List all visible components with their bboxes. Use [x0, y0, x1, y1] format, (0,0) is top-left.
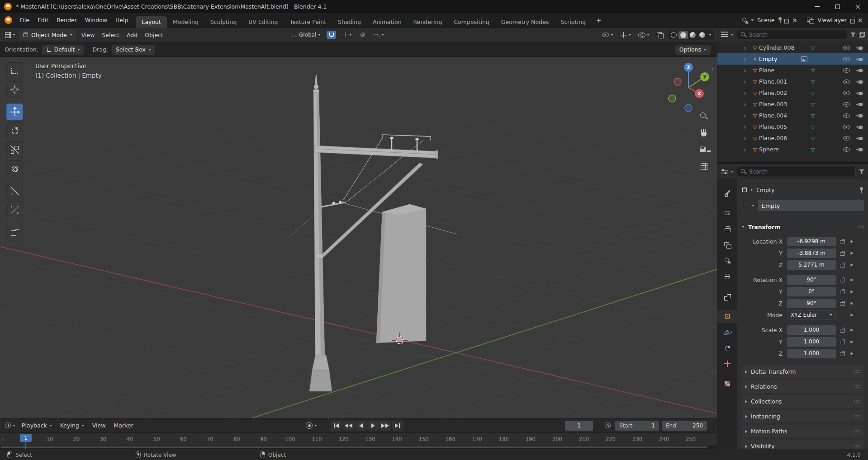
chevron-down-icon[interactable]	[314, 425, 317, 427]
shading-wireframe-button[interactable]	[669, 31, 678, 39]
section-collections[interactable]: Collections	[742, 395, 864, 408]
new-view-layer-icon[interactable]	[850, 18, 856, 23]
outliner-item-empty[interactable]: Empty	[717, 53, 868, 65]
lock-icon[interactable]	[840, 300, 844, 306]
outliner-item-plane-005[interactable]: Plane.005	[717, 121, 868, 132]
animate-property-dot[interactable]	[850, 352, 853, 355]
animate-property-dot[interactable]	[850, 252, 853, 254]
gizmo-x-negative-axis[interactable]	[674, 78, 681, 85]
disable-in-render-icon[interactable]	[856, 68, 863, 73]
section-delta-transform[interactable]: Delta Transform	[742, 366, 864, 378]
scene-selector[interactable]: Scene	[741, 17, 797, 24]
properties-tab-tool[interactable]	[717, 187, 737, 199]
section-instancing[interactable]: Instancing	[742, 410, 864, 422]
shading-solid-button[interactable]	[678, 31, 688, 39]
tool-transform[interactable]	[6, 160, 23, 177]
timeline-ruler[interactable]: › 10203040506070809010011012013014015016…	[0, 433, 717, 446]
animate-property-dot[interactable]	[850, 291, 853, 293]
orientation-select[interactable]: Default	[42, 45, 85, 55]
animate-property-dot[interactable]	[850, 240, 853, 243]
timeline-editor-button[interactable]	[3, 421, 18, 430]
value-field-z[interactable]: 5.2771 m	[787, 260, 836, 270]
filter-icon[interactable]	[850, 33, 856, 37]
value-field-z[interactable]: 90°	[787, 299, 836, 308]
outliner-item-plane-003[interactable]: Plane.003	[717, 99, 868, 110]
value-field-rotation-x[interactable]: 90°	[787, 275, 836, 285]
editor-type-button[interactable]	[3, 31, 18, 39]
outliner-item-plane-002[interactable]: Plane.002	[717, 87, 868, 99]
disable-in-render-icon[interactable]	[856, 57, 863, 61]
zoom-view-button[interactable]	[698, 110, 710, 122]
value-field-y[interactable]: -3.8873 m	[787, 249, 836, 258]
menu-render[interactable]: Render	[52, 13, 81, 27]
value-field-scale-x[interactable]: 1.000	[787, 325, 836, 335]
expand-icon[interactable]	[744, 135, 751, 142]
disable-in-render-icon[interactable]	[856, 125, 863, 129]
lock-icon[interactable]	[840, 250, 844, 256]
timeline-menu-view[interactable]: View	[88, 418, 110, 433]
properties-search-input[interactable]	[749, 169, 852, 175]
expand-icon[interactable]	[744, 44, 751, 52]
menu-help[interactable]: Help	[111, 13, 133, 27]
grip-dots-icon[interactable]	[858, 225, 864, 229]
object-name-field[interactable]	[757, 200, 864, 211]
use-preview-range-icon[interactable]	[605, 422, 611, 428]
properties-tab-view-layer[interactable]	[717, 239, 737, 251]
viewport-menu-add[interactable]: Add	[123, 28, 141, 42]
properties-tab-scene[interactable]	[717, 254, 737, 267]
expand-icon[interactable]	[744, 67, 751, 74]
workspace-tab-compositing[interactable]: Compositing	[448, 16, 495, 28]
workspace-tab-geometry-nodes[interactable]: Geometry Nodes	[495, 16, 555, 28]
hide-in-viewport-icon[interactable]	[843, 113, 850, 118]
properties-tab-physics[interactable]	[717, 326, 737, 338]
gizmo-z-negative-axis[interactable]	[685, 104, 692, 112]
tool-cursor[interactable]	[6, 81, 23, 98]
playhead[interactable]: 1	[20, 434, 32, 449]
pin-icon[interactable]	[859, 187, 863, 193]
workspace-tab-modeling[interactable]: Modeling	[167, 16, 204, 28]
lock-icon[interactable]	[840, 327, 844, 333]
workspace-tab-layout[interactable]: Layout	[136, 16, 167, 28]
timeline-menu-keying[interactable]: Keying	[56, 418, 88, 433]
hide-in-viewport-icon[interactable]	[843, 46, 850, 50]
pan-view-button[interactable]	[698, 127, 710, 139]
rotation-mode-dropdown[interactable]: XYZ Euler	[787, 310, 836, 320]
lock-icon[interactable]	[840, 239, 844, 244]
auto-keying-toggle[interactable]	[306, 422, 313, 429]
frame-start-field[interactable]: Start 1	[615, 421, 659, 431]
grip-dots-icon[interactable]	[854, 445, 861, 448]
properties-tab-output[interactable]	[717, 223, 737, 235]
properties-tab-collection[interactable]	[717, 291, 737, 303]
tool-annotate[interactable]	[6, 183, 23, 199]
hide-in-viewport-icon[interactable]	[843, 57, 850, 61]
navigation-gizmo[interactable]: Z Y X	[664, 60, 713, 114]
chevron-down-icon[interactable]	[731, 34, 734, 36]
section-relations[interactable]: Relations	[742, 380, 864, 393]
properties-tab-constraints[interactable]	[717, 342, 737, 355]
outliner-item-sphere[interactable]: Sphere	[717, 144, 868, 155]
orthographic-toggle-button[interactable]	[698, 160, 710, 172]
expand-icon[interactable]	[744, 56, 751, 63]
tool-scale[interactable]	[6, 141, 23, 158]
expand-icon[interactable]	[744, 123, 751, 131]
new-scene-icon[interactable]	[784, 18, 790, 23]
minimize-button[interactable]	[807, 0, 827, 13]
jump-to-end-button[interactable]	[392, 421, 403, 431]
timeline-scrollbar[interactable]	[0, 446, 717, 449]
outliner-search-input[interactable]	[749, 32, 844, 38]
snap-toggle[interactable]	[327, 31, 336, 39]
xray-toggle[interactable]	[655, 31, 665, 39]
outliner-item-cylinder-008[interactable]: Cylinder.008	[717, 42, 868, 53]
hide-in-viewport-icon[interactable]	[843, 80, 850, 84]
workspace-tab-scripting[interactable]: Scripting	[555, 16, 592, 28]
properties-tab-object-data[interactable]	[717, 357, 737, 370]
animate-property-dot[interactable]	[850, 279, 853, 281]
hide-in-viewport-icon[interactable]	[843, 136, 850, 141]
lock-icon[interactable]	[840, 339, 844, 344]
properties-search[interactable]	[737, 167, 856, 176]
tool-move[interactable]	[6, 103, 23, 120]
disable-in-render-icon[interactable]	[856, 91, 863, 95]
timeline-collapse-arrow[interactable]: ›	[1, 436, 4, 442]
menu-window[interactable]: Window	[81, 13, 111, 27]
shading-dropdown[interactable]	[707, 33, 713, 37]
